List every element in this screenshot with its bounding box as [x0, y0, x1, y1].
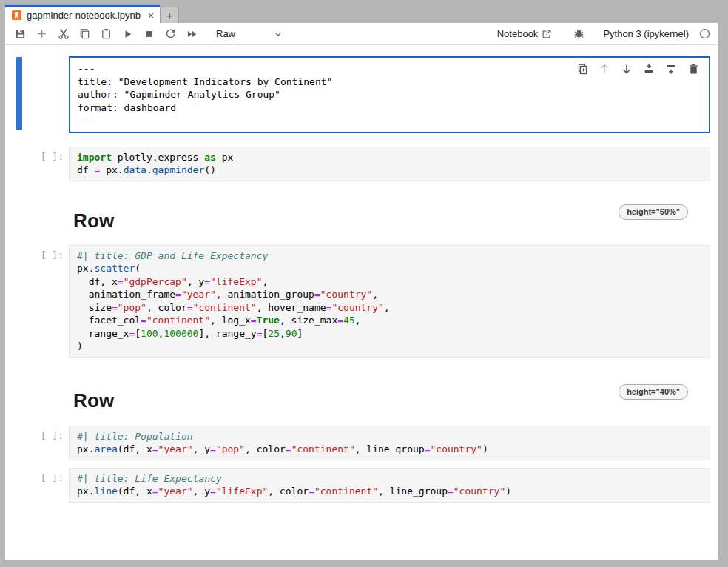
insert-above-icon	[643, 63, 655, 75]
cell-prompt: [ ]:	[23, 245, 69, 358]
kernel-name[interactable]: Python 3 (ipykernel)	[603, 28, 689, 39]
insert-cell-below-button[interactable]	[664, 62, 678, 76]
save-button[interactable]	[10, 25, 31, 43]
scissors-icon	[58, 28, 70, 40]
code-cell-code[interactable]: #| title: Populationpx.area(df, x="year"…	[77, 430, 702, 456]
move-cell-up-button[interactable]	[598, 62, 611, 76]
row-heading: Row	[73, 382, 710, 412]
interrupt-kernel-button[interactable]	[138, 25, 160, 43]
insert-below-icon	[665, 63, 677, 75]
code-cell-editor[interactable]: #| title: Populationpx.area(df, x="year"…	[69, 426, 710, 460]
kernel-status-icon[interactable]	[699, 28, 710, 39]
clipboard-icon	[101, 28, 112, 39]
cut-cells-button[interactable]	[53, 25, 74, 43]
insert-cell-above-button[interactable]	[642, 62, 655, 76]
cell-scatter: [ ]: #| title: GDP and Life Expectancypx…	[5, 245, 710, 358]
markdown-cell-row-1[interactable]: height="60%" Row	[5, 202, 710, 239]
copy-cells-button[interactable]	[74, 25, 95, 43]
duplicate-cell-button[interactable]	[576, 62, 589, 76]
debugger-button[interactable]	[568, 25, 590, 43]
arrow-up-icon	[599, 63, 610, 75]
cell-line: [ ]: #| title: Life Expectancypx.line(df…	[5, 468, 710, 503]
code-cell-code[interactable]: #| title: Life Expectancypx.line(df, x="…	[77, 472, 702, 498]
code-cell-editor[interactable]: #| title: GDP and Life Expectancypx.scat…	[69, 245, 710, 358]
cell-area: [ ]: #| title: Populationpx.area(df, x="…	[5, 426, 710, 460]
tab-title: gapminder-notebook.ipynb	[27, 10, 141, 21]
insert-cell-button[interactable]	[31, 25, 53, 43]
tab-close-icon[interactable]: ×	[148, 10, 154, 21]
arrow-down-icon	[621, 63, 633, 75]
window-frame: gapminder-notebook.ipynb × +	[0, 0, 728, 567]
cell-prompt	[23, 56, 69, 133]
stop-icon	[144, 29, 155, 39]
row-heading: Row	[73, 202, 710, 232]
paste-cells-button[interactable]	[95, 25, 117, 43]
code-cell-editor[interactable]: #| title: Life Expectancypx.line(df, x="…	[69, 468, 710, 503]
notebook-link-label: Notebook	[497, 28, 539, 39]
run-cell-button[interactable]	[117, 25, 138, 43]
cell-prompt: [ ]:	[23, 147, 69, 181]
external-link-icon	[542, 29, 552, 39]
markdown-cell-row-2[interactable]: height="40%" Row	[5, 382, 710, 419]
cell-height-badge: height="60%"	[619, 204, 688, 220]
tab-gapminder-notebook[interactable]: gapminder-notebook.ipynb ×	[5, 5, 160, 23]
plus-icon: +	[166, 9, 173, 21]
cell-toolbar	[576, 62, 700, 76]
cell-prompt: [ ]:	[23, 468, 69, 503]
code-cell-editor[interactable]: import plotly.express as pxdf = px.data.…	[69, 147, 710, 181]
new-tab-button[interactable]: +	[160, 7, 179, 23]
fast-forward-icon	[186, 29, 198, 39]
cell-type-value: Raw	[216, 28, 235, 39]
delete-cell-button[interactable]	[687, 62, 700, 76]
jupyterlab-window: gapminder-notebook.ipynb × +	[5, 5, 718, 560]
chevron-down-icon	[274, 30, 283, 38]
duplicate-icon	[576, 63, 588, 75]
cell-height-badge: height="40%"	[619, 384, 688, 400]
move-cell-down-button[interactable]	[620, 62, 633, 76]
notebook-panel: ---title: "Development Indicators by Con…	[5, 45, 718, 560]
notebook-toolbar: Raw Notebook	[5, 23, 718, 45]
open-in-notebook-button[interactable]: Notebook	[494, 28, 556, 39]
notebook-file-icon	[11, 10, 22, 21]
cell-type-dropdown[interactable]: Raw	[210, 26, 287, 42]
cell-prompt: [ ]:	[23, 426, 69, 460]
cell-import: [ ]: import plotly.express as pxdf = px.…	[5, 147, 710, 181]
run-icon	[123, 29, 133, 39]
trash-icon	[688, 64, 699, 75]
restart-kernel-button[interactable]	[160, 25, 181, 43]
cell-yaml-frontmatter: ---title: "Development Indicators by Con…	[5, 56, 710, 133]
bug-icon	[573, 28, 584, 39]
copy-icon	[79, 28, 90, 39]
code-cell-code[interactable]: import plotly.express as pxdf = px.data.…	[77, 151, 702, 177]
tab-bar: gapminder-notebook.ipynb × +	[5, 5, 718, 23]
save-icon	[15, 28, 26, 39]
plus-icon	[36, 28, 47, 39]
raw-cell-editor[interactable]: ---title: "Development Indicators by Con…	[69, 56, 710, 133]
restart-run-all-button[interactable]	[181, 25, 203, 43]
code-cell-code[interactable]: #| title: GDP and Life Expectancypx.scat…	[77, 249, 702, 353]
restart-icon	[165, 28, 176, 39]
active-cell-collapser[interactable]	[16, 57, 22, 130]
